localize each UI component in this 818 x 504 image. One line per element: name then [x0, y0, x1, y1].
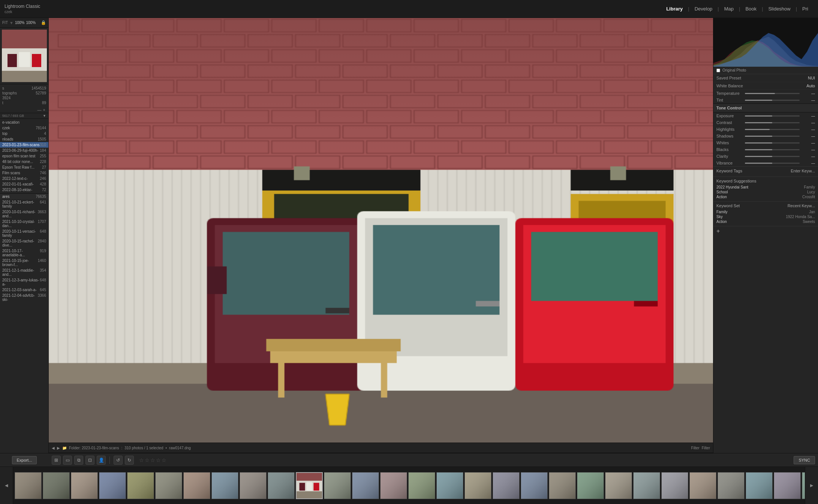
- filmstrip-thumb-21[interactable]: [605, 472, 632, 499]
- kw-item-9[interactable]: 2021-12-03-sarah-a-645: [0, 287, 48, 293]
- filmstrip-thumb-2[interactable]: [71, 472, 98, 499]
- filmstrip-next-btn[interactable]: ▶: [810, 483, 813, 488]
- kw-item-4[interactable]: 2020-10-15-rachel-dive...2840: [0, 238, 48, 248]
- expand-btn[interactable]: +: [43, 108, 45, 112]
- filmstrip-thumb-25[interactable]: [718, 472, 745, 499]
- nav-book[interactable]: Book: [740, 4, 762, 13]
- recent-keywords-btn[interactable]: Recent Keyw...: [788, 203, 815, 208]
- kw-item-0[interactable]: 2021-10-21-eckert-family641: [0, 199, 48, 209]
- filmstrip-thumb-11[interactable]: [324, 472, 351, 499]
- blacks-slider[interactable]: [745, 149, 800, 150]
- contrast-slider[interactable]: [745, 122, 800, 123]
- folder-item-epsontest[interactable]: Epson Test Raw f... 27: [0, 165, 48, 170]
- nav-library[interactable]: Library: [661, 4, 688, 13]
- compare-view-btn[interactable]: ⧉: [74, 456, 83, 465]
- folder-item-filmscans2[interactable]: Film scans 746: [0, 170, 48, 176]
- folder-item-vacation[interactable]: e-vacation: [0, 120, 48, 125]
- clarity-slider[interactable]: [745, 156, 800, 157]
- filmstrip-thumb-12[interactable]: [352, 472, 379, 499]
- whites-slider[interactable]: [745, 142, 800, 144]
- nav-map[interactable]: Map: [719, 4, 739, 13]
- highlights-slider[interactable]: [745, 129, 800, 130]
- filmstrip-thumb-4[interactable]: [127, 472, 154, 499]
- folder-item-filmscans[interactable]: 2023-01-23-film-scans 310: [0, 142, 48, 148]
- prev-arrow-icon[interactable]: ◀: [52, 446, 55, 450]
- kw-item-7[interactable]: 2021-12-1-maddie-and...354: [0, 268, 48, 277]
- next-arrow-icon[interactable]: ▶: [57, 446, 60, 450]
- filmstrip-thumb-13[interactable]: [380, 472, 407, 499]
- survey-view-btn[interactable]: ⊡: [85, 456, 94, 465]
- star-5[interactable]: ☆: [162, 457, 166, 463]
- folder-item-top[interactable]: top 4: [0, 131, 48, 136]
- star-2[interactable]: ☆: [145, 457, 150, 463]
- rotate-right-btn[interactable]: ↻: [125, 456, 134, 465]
- rotate-left-btn[interactable]: ↺: [114, 456, 123, 465]
- collapse-btn[interactable]: —: [37, 108, 42, 112]
- kw-item-3[interactable]: 2020-10-11-versaci-family648: [0, 229, 48, 238]
- temperature-slider[interactable]: [745, 93, 800, 94]
- kw-item-10[interactable]: 2021-12-04-sdvfcb-ski-3366: [0, 293, 48, 302]
- folder-item-epson[interactable]: epson film scan test 255: [0, 153, 48, 159]
- kw-item-5[interactable]: 2021-10-17-anaelable-a...919: [0, 248, 48, 258]
- filmstrip-thumb-7[interactable]: [211, 472, 238, 499]
- filmstrip-thumb-16[interactable]: [464, 472, 491, 499]
- loupe-view-btn[interactable]: ▭: [63, 456, 72, 465]
- filmstrip-thumb-28[interactable]: [802, 472, 805, 499]
- enter-keyword-btn[interactable]: Enter Keyw...: [791, 169, 815, 173]
- grid-view-btn[interactable]: ⊞: [52, 456, 61, 465]
- filmstrip-right-nav: ▶: [805, 467, 818, 504]
- kw-item-8[interactable]: 2021-12-3-amy-lukas-a-648: [0, 277, 48, 287]
- thumbnail-preview[interactable]: [2, 30, 47, 82]
- star-1[interactable]: ☆: [139, 457, 144, 463]
- filmstrip-thumb-26[interactable]: [746, 472, 773, 499]
- kw-item-6[interactable]: 2021-10-15-joe-brown-f...1460: [0, 258, 48, 268]
- nav-develop[interactable]: Develop: [689, 4, 718, 13]
- vibrance-slider[interactable]: [745, 163, 800, 164]
- sync-button[interactable]: SYNC: [794, 456, 815, 464]
- shadows-slider[interactable]: [745, 136, 800, 137]
- folder-item-2022a[interactable]: 2022-12-text-c- 246: [0, 176, 48, 181]
- filmstrip-thumb-17[interactable]: [493, 472, 520, 499]
- kw-item-1[interactable]: 2020-10-01-richard-and...3663: [0, 209, 48, 219]
- folder-item-fuji[interactable]: 2023-06-29-fuji-400h- 184: [0, 148, 48, 153]
- nav-slideshow[interactable]: Slideshow: [763, 4, 796, 13]
- filmstrip-thumb-9[interactable]: [268, 472, 295, 499]
- folder-item-2022b[interactable]: 2022-01-01-xacafi- 428: [0, 181, 48, 187]
- nav-print[interactable]: Pri: [797, 4, 814, 13]
- original-photo-checkbox[interactable]: [716, 69, 720, 72]
- filmstrip-thumb-18[interactable]: [521, 472, 548, 499]
- folder-item-48bit[interactable]: 48 bit color none... 228: [0, 159, 48, 165]
- people-view-btn[interactable]: 👤: [97, 456, 106, 465]
- filmstrip-thumb-3[interactable]: [99, 472, 126, 499]
- zoom-lock-icon[interactable]: 🔒: [41, 20, 46, 25]
- folder-item-czek[interactable]: czek 78144: [0, 125, 48, 131]
- filmstrip-thumb-6[interactable]: [183, 472, 210, 499]
- add-keyword-btn[interactable]: +: [716, 228, 720, 234]
- filmstrip-thumb-22[interactable]: [633, 472, 660, 499]
- tint-slider[interactable]: [745, 100, 800, 101]
- filmstrip-thumb-8[interactable]: [240, 472, 267, 499]
- filmstrip-prev-btn[interactable]: ◀: [5, 483, 8, 488]
- filmstrip-thumb-1[interactable]: [43, 472, 70, 499]
- folder-item-2022c[interactable]: 2022-08-10-ektar- 72: [0, 187, 48, 193]
- star-4[interactable]: ☆: [156, 457, 161, 463]
- kw-item-2[interactable]: 2021-10-10-crystal-dan...1707: [0, 219, 48, 229]
- filmstrip-thumb-23[interactable]: [661, 472, 688, 499]
- folder-item-downloads[interactable]: nloads 1505: [0, 136, 48, 142]
- filmstrip-thumb-5[interactable]: [155, 472, 182, 499]
- filmstrip-thumb-27[interactable]: [774, 472, 801, 499]
- filter-btn[interactable]: Filter: [702, 446, 710, 450]
- filmstrip-thumb-20[interactable]: [577, 472, 604, 499]
- zoom-fit-label[interactable]: FIT: [2, 21, 8, 25]
- filmstrip-thumb-19[interactable]: [549, 472, 576, 499]
- filmstrip-thumb-14[interactable]: [408, 472, 435, 499]
- exposure-slider[interactable]: [745, 115, 800, 117]
- filmstrip-thumb-10[interactable]: [296, 472, 323, 499]
- filmstrip-thumb-24[interactable]: [689, 472, 716, 499]
- star-3[interactable]: ☆: [150, 457, 155, 463]
- zoom-100-label[interactable]: 100%: [15, 21, 25, 25]
- filmstrip-thumb-0[interactable]: [15, 472, 42, 499]
- filmstrip-thumb-15[interactable]: [436, 472, 463, 499]
- zoom-100b-label[interactable]: 100%: [26, 21, 36, 25]
- export-button[interactable]: Export...: [12, 456, 37, 464]
